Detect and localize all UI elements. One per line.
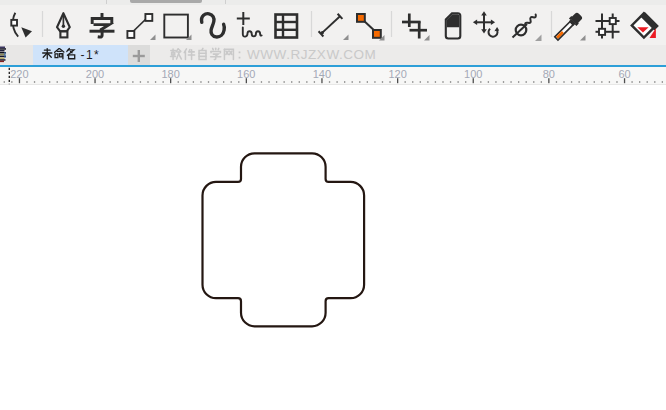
svg-text:220: 220 <box>10 68 28 80</box>
svg-text:140: 140 <box>313 68 331 80</box>
svg-text:200: 200 <box>86 68 104 80</box>
svg-text:160: 160 <box>237 68 255 80</box>
svg-text:WWW.RJZXW.COM: WWW.RJZXW.COM <box>247 47 376 62</box>
svg-text:60: 60 <box>618 68 630 80</box>
svg-text:100: 100 <box>464 68 482 80</box>
svg-text:80: 80 <box>543 68 555 80</box>
svg-text:120: 120 <box>388 68 406 80</box>
svg-text:180: 180 <box>161 68 179 80</box>
svg-text:-1*: -1* <box>81 48 101 62</box>
